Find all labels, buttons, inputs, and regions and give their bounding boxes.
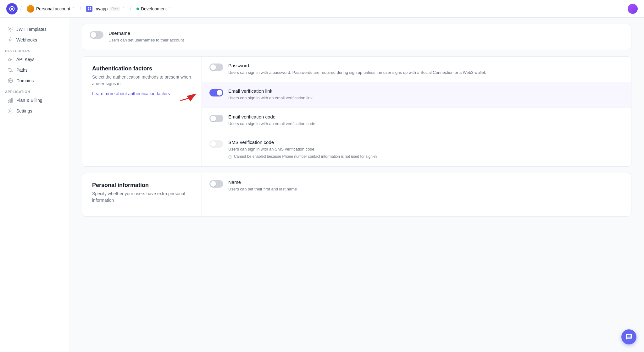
path-icon [8, 67, 13, 73]
personal-info-desc: Specify whether your users have extra pe… [92, 190, 192, 204]
personal-info-options: Name Users can set their first and last … [202, 173, 631, 216]
auth-factors-desc: Select the authentication methods to pre… [92, 74, 192, 87]
sidebar-label-jwt: JWT Templates [16, 27, 47, 32]
sms-option-warning: ⓘ Cannot be enabled because Phone number… [228, 154, 624, 160]
username-option-row: Username Users can set usernames to thei… [82, 24, 631, 50]
environment-switcher[interactable]: Development ⌃ [134, 5, 174, 13]
svg-point-12 [9, 110, 11, 112]
username-toggle-track [90, 31, 103, 39]
top-navigation: / Personal account ⌃ / myapp Free ⌃ / De… [0, 0, 644, 18]
sidebar-label-settings: Settings [16, 108, 32, 113]
svg-rect-10 [10, 99, 11, 102]
env-chevron-icon: ⌃ [169, 7, 171, 10]
username-toggle[interactable] [90, 31, 103, 39]
sms-option-info: SMS verification code Users can sign in … [228, 140, 624, 160]
email-link-option-row: Email verification link Users can sign i… [202, 82, 631, 108]
account-name: Personal account [36, 6, 70, 11]
user-avatar[interactable] [628, 4, 638, 14]
sidebar-item-settings[interactable]: Settings [3, 106, 66, 116]
name-toggle[interactable] [209, 180, 223, 188]
svg-rect-3 [90, 7, 91, 8]
svg-point-6 [9, 28, 11, 30]
name-option-row: Name Users can set their first and last … [202, 173, 631, 199]
auth-factors-card-left: Authentication factors Select the authen… [82, 57, 202, 166]
breadcrumb-sep-3: / [130, 5, 131, 12]
sms-warning-text: Cannot be enabled because Phone number c… [234, 154, 377, 159]
globe-icon [8, 78, 13, 84]
svg-rect-2 [88, 7, 89, 8]
breadcrumb-sep-2: / [80, 5, 81, 12]
env-name: Development [141, 6, 167, 11]
email-link-option-title: Email verification link [228, 88, 624, 94]
settings-icon [8, 108, 13, 114]
email-code-toggle[interactable] [209, 115, 223, 122]
username-toggle-thumb [91, 32, 96, 38]
svg-rect-5 [90, 9, 91, 10]
personal-info-title: Personal information [92, 182, 192, 189]
sidebar-item-plan-billing[interactable]: Plan & Billing [3, 95, 66, 106]
gear-icon [8, 26, 13, 32]
sidebar-label-webhooks: Webhooks [16, 37, 37, 42]
name-toggle-track [209, 180, 223, 188]
sms-toggle-track [209, 140, 223, 148]
svg-point-7 [8, 58, 11, 61]
username-option-info: Username Users can set usernames to thei… [108, 30, 624, 43]
email-code-option-info: Email verification code Users can sign i… [228, 114, 624, 127]
svg-point-1 [11, 8, 13, 10]
logo[interactable] [6, 3, 18, 14]
svg-rect-9 [8, 100, 9, 102]
sidebar-item-domains[interactable]: Domains [3, 75, 66, 86]
sidebar-item-paths[interactable]: Paths [3, 65, 66, 75]
main-content: Username Users can set usernames to thei… [69, 18, 644, 352]
email-code-option-title: Email verification code [228, 114, 624, 119]
username-option-title: Username [108, 30, 624, 36]
svg-rect-4 [88, 9, 89, 10]
sidebar-label-paths: Paths [16, 68, 28, 73]
username-option-desc: Users can set usernames to their account [108, 37, 624, 43]
sms-toggle-thumb [210, 141, 216, 147]
email-code-toggle-track [209, 115, 223, 122]
auth-factors-options: Password Users can sign in with a passwo… [202, 57, 631, 166]
key-icon [8, 57, 13, 62]
sms-option-desc: Users can sign in with an SMS verificati… [228, 146, 624, 152]
topnav-user-area [628, 4, 638, 14]
username-card: Username Users can set usernames to thei… [82, 24, 631, 50]
password-option-row: Password Users can sign in with a passwo… [202, 57, 631, 82]
sidebar-label-api-keys: API Keys [16, 57, 35, 62]
personal-info-card-left: Personal information Specify whether you… [82, 173, 202, 216]
name-option-title: Name [228, 179, 624, 185]
chat-support-button[interactable] [621, 329, 636, 344]
email-link-toggle-track [209, 89, 223, 96]
email-link-option-info: Email verification link Users can sign i… [228, 88, 624, 101]
sms-toggle[interactable] [209, 140, 223, 148]
warning-circle-icon: ⓘ [228, 155, 232, 160]
name-option-desc: Users can set their first and last name [228, 186, 624, 192]
auth-factors-link[interactable]: Learn more about authentication factors [92, 91, 170, 96]
auth-factors-card-inner: Authentication factors Select the authen… [82, 57, 631, 166]
password-toggle[interactable] [209, 63, 223, 71]
email-code-option-desc: Users can sign in with an email verifica… [228, 121, 624, 127]
account-switcher[interactable]: Personal account ⌃ [24, 4, 77, 14]
email-link-toggle[interactable] [209, 89, 223, 96]
sidebar: JWT Templates Webhooks DEVELOPERS API Ke… [0, 18, 69, 352]
app-chevron-icon: ⌃ [122, 7, 125, 10]
sidebar-item-jwt-templates[interactable]: JWT Templates [3, 24, 66, 35]
auth-factors-title: Authentication factors [92, 65, 192, 72]
sidebar-item-api-keys[interactable]: API Keys [3, 54, 66, 65]
email-link-option-desc: Users can sign in with an email verifica… [228, 95, 624, 101]
breadcrumb-sep-1: / [20, 5, 22, 12]
name-toggle-thumb [210, 181, 216, 187]
personal-info-card: Personal information Specify whether you… [82, 173, 631, 217]
name-option-info: Name Users can set their first and last … [228, 179, 624, 192]
password-toggle-track [209, 63, 223, 71]
svg-rect-11 [12, 98, 13, 102]
chart-icon [8, 97, 13, 103]
password-option-info: Password Users can sign in with a passwo… [228, 63, 624, 76]
account-chevron-icon: ⌃ [72, 7, 75, 10]
app-name: myapp [94, 6, 108, 11]
email-code-toggle-thumb [210, 116, 216, 121]
sidebar-item-webhooks[interactable]: Webhooks [3, 35, 66, 45]
password-option-title: Password [228, 63, 624, 68]
app-switcher[interactable]: myapp Free ⌃ [84, 4, 127, 13]
sms-option-title: SMS verification code [228, 140, 624, 145]
